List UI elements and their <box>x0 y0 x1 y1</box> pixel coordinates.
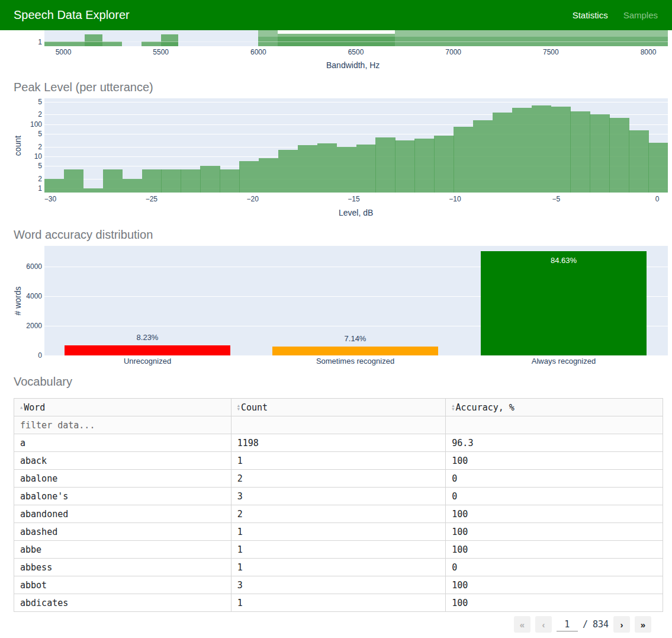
accuracy-bar-percentage: 8.23% <box>137 333 159 342</box>
cell-word: abbe <box>14 541 231 559</box>
accuracy-category-label: Sometimes recognized <box>316 357 394 366</box>
bandwidth-notch-gap <box>278 30 395 34</box>
peak-gridline <box>44 102 668 102</box>
peak-histogram-bar <box>375 137 395 193</box>
peak-histogram-bar <box>142 169 162 193</box>
accuracy-bar-sometimes <box>272 347 438 355</box>
bandwidth-x-tick-label: 5000 <box>46 48 81 56</box>
peak-histogram-bar <box>259 158 278 193</box>
last-page-button[interactable]: » <box>635 616 651 633</box>
filter-cell-0[interactable]: filter data... <box>14 416 231 434</box>
column-header-count[interactable]: ▲▼Count <box>231 399 446 416</box>
peak-histogram-bar <box>493 113 512 193</box>
accuracy-plot-area: 8.23%7.14%84.63% <box>44 246 668 355</box>
peak-histogram-bar <box>220 169 239 193</box>
peak-histogram-bar <box>317 143 337 193</box>
table-row: a119896.3 <box>14 434 663 452</box>
accuracy-y-tick-label: 0 <box>15 351 42 360</box>
peak-histogram-bar <box>551 107 571 193</box>
cell-word: abbess <box>14 559 231 576</box>
peak-level-title: Peak Level (per utterance) <box>14 81 153 94</box>
peak-y-tick-label: 1 <box>18 184 42 193</box>
table-row: abdicates1100 <box>14 594 663 612</box>
cell-accuracy: 100 <box>446 576 663 594</box>
sort-icon: ▲▼ <box>452 404 454 411</box>
peak-histogram-bar <box>629 130 648 193</box>
cell-accuracy: 100 <box>446 505 663 523</box>
cell-count: 1 <box>231 452 446 470</box>
peak-y-tick-label: 5 <box>18 162 42 170</box>
peak-histogram-bar <box>161 169 181 193</box>
peak-histogram-bar <box>590 114 609 193</box>
nav-statistics[interactable]: Statistics <box>573 10 608 20</box>
table-row: abalone's30 <box>14 488 663 505</box>
cell-count: 3 <box>231 576 446 594</box>
page-separator: / <box>583 619 588 630</box>
bandwidth-x-tick-label: 6000 <box>240 48 276 56</box>
peak-histogram-bar <box>570 111 590 193</box>
cell-accuracy: 96.3 <box>446 434 663 452</box>
filter-cell-1[interactable] <box>231 416 446 434</box>
bandwidth-x-tick-label: 8000 <box>631 48 666 56</box>
total-pages: 834 <box>593 619 609 630</box>
peak-y-tick-label: 2 <box>18 110 42 118</box>
app-header: Speech Data Explorer Statistics Samples <box>0 0 672 30</box>
cell-accuracy: 100 <box>446 523 663 541</box>
peak-x-tick-label: −25 <box>134 195 169 203</box>
bandwidth-y-tick: 1 <box>24 38 42 46</box>
column-label: Count <box>241 402 268 413</box>
table-row: abalone20 <box>14 470 663 488</box>
peak-x-tick-label: −20 <box>235 195 271 203</box>
column-header-accuracy[interactable]: ▲▼Accuracy, % <box>446 399 663 416</box>
vocabulary-table: ▲Word▲▼Count▲▼Accuracy, %filter data... … <box>14 398 663 612</box>
table-pagination: « ‹ / 834 › » <box>514 616 651 633</box>
peak-histogram-bar <box>473 120 493 193</box>
bandwidth-x-tick-label: 7000 <box>436 48 471 56</box>
table-row: abashed1100 <box>14 523 663 541</box>
peak-histogram-bar <box>648 143 668 193</box>
app-title: Speech Data Explorer <box>0 8 130 22</box>
bandwidth-x-tick-label: 5500 <box>143 48 179 56</box>
vocab-filter-row: filter data... <box>14 416 663 434</box>
cell-count: 3 <box>231 488 446 505</box>
bandwidth-x-tick-label: 7500 <box>533 48 568 56</box>
peak-y-tick-label: 100 <box>18 120 42 129</box>
first-page-button[interactable]: « <box>514 616 530 633</box>
peak-histogram-bar <box>103 169 123 193</box>
bandwidth-histogram-bar <box>44 41 122 46</box>
cell-word: a <box>14 434 231 452</box>
cell-word: aback <box>14 452 231 470</box>
cell-count: 1 <box>231 523 446 541</box>
peak-histogram-bar <box>44 179 64 193</box>
accuracy-bar-always <box>481 251 647 355</box>
peak-histogram-bar <box>434 136 454 193</box>
cell-accuracy: 0 <box>446 488 663 505</box>
sort-icon: ▲ <box>20 406 22 409</box>
cell-accuracy: 0 <box>446 470 663 488</box>
filter-cell-2[interactable] <box>446 416 663 434</box>
column-label: Accuracy, % <box>456 402 515 413</box>
nav-samples[interactable]: Samples <box>623 10 658 20</box>
peak-x-tick-label: −30 <box>33 195 68 203</box>
peak-histogram-bar <box>239 161 259 193</box>
peak-x-tick-label: −10 <box>437 195 472 203</box>
bandwidth-histogram-bar <box>85 34 102 46</box>
peak-histogram-bar <box>454 127 473 193</box>
table-row: abbess10 <box>14 559 663 576</box>
accuracy-y-tick-label: 6000 <box>15 262 42 271</box>
peak-histogram-bar <box>181 169 200 193</box>
page-number-input[interactable] <box>557 618 578 631</box>
cell-count: 1 <box>231 594 446 612</box>
peak-histogram-bar <box>532 105 551 193</box>
accuracy-category-label: Always recognized <box>532 357 596 366</box>
peak-histogram-bar <box>609 118 629 193</box>
vocabulary-title: Vocabulary <box>14 375 72 389</box>
next-page-button[interactable]: › <box>613 616 630 633</box>
column-label: Word <box>24 402 45 413</box>
column-header-word[interactable]: ▲Word <box>14 399 231 416</box>
prev-page-button[interactable]: ‹ <box>535 616 552 633</box>
word-accuracy-title: Word accuracy distribution <box>14 228 153 242</box>
bandwidth-histogram-bar <box>161 34 179 46</box>
table-row: aback1100 <box>14 452 663 470</box>
accuracy-bar-percentage: 84.63% <box>551 256 577 265</box>
